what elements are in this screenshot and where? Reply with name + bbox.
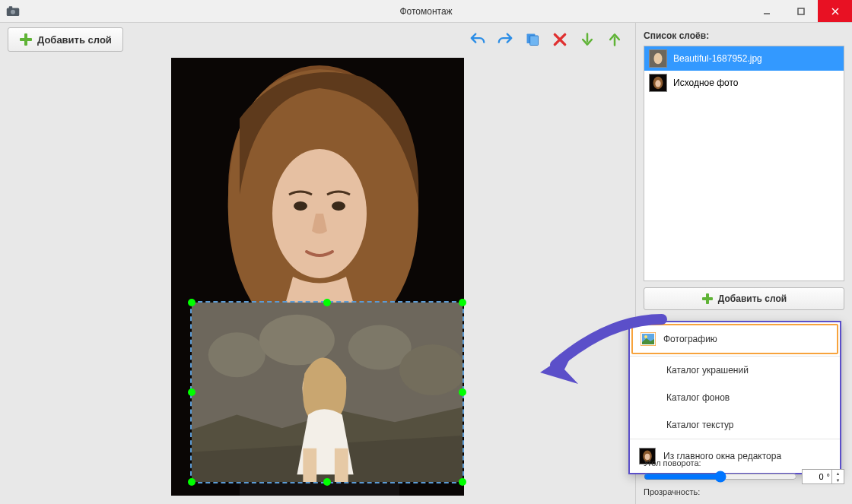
layers-title: Список слоёв:	[644, 30, 844, 41]
minimize-button[interactable]	[749, 0, 784, 22]
layers-panel: Список слоёв: Beautiful-1687952.jpg Исхо…	[635, 23, 852, 504]
layer-thumb-icon	[649, 49, 667, 68]
add-layer-button[interactable]: Добавить слой	[8, 27, 123, 52]
overlay-image	[192, 303, 463, 482]
svg-rect-25	[303, 449, 316, 482]
handle-mid-right[interactable]	[459, 388, 466, 396]
move-down-button[interactable]	[579, 31, 596, 48]
move-up-button[interactable]	[606, 31, 623, 48]
svg-point-36	[644, 335, 647, 338]
svg-rect-4	[798, 8, 804, 14]
handle-bottom-left[interactable]	[188, 478, 196, 486]
handle-mid-left[interactable]	[188, 388, 196, 396]
layer-name: Исходное фото	[673, 78, 739, 88]
popup-item-decorations[interactable]: Каталог украшений	[630, 356, 840, 384]
maximize-button[interactable]	[784, 0, 818, 22]
canvas-toolbar: Добавить слой	[0, 23, 635, 56]
copy-button[interactable]	[524, 31, 541, 48]
handle-top-left[interactable]	[188, 299, 196, 306]
delete-button[interactable]	[552, 31, 568, 48]
base-photo[interactable]	[171, 58, 464, 496]
svg-point-28	[654, 53, 663, 65]
layer-thumb-icon	[649, 74, 667, 92]
popup-item-photo[interactable]: Фотографию	[631, 324, 838, 354]
undo-button[interactable]	[469, 31, 486, 48]
rotation-slider[interactable]	[644, 471, 797, 483]
close-button[interactable]	[818, 0, 852, 22]
popup-item-label: Каталог украшений	[666, 365, 749, 376]
window-title: Фотомонтаж	[399, 6, 452, 17]
rotation-up[interactable]: ▲	[831, 470, 844, 477]
add-layer-label: Добавить слой	[37, 34, 112, 46]
popup-item-backgrounds[interactable]: Каталог фонов	[630, 384, 840, 411]
rotation-label: Угол поворота:	[644, 458, 844, 468]
app-icon	[6, 6, 20, 17]
layer-item[interactable]: Beautiful-1687952.jpg	[644, 46, 844, 71]
title-bar: Фотомонтаж	[0, 0, 852, 23]
svg-point-31	[655, 80, 660, 87]
rotation-down[interactable]: ▼	[831, 477, 844, 483]
handle-bottom-right[interactable]	[459, 478, 466, 486]
canvas-area[interactable]	[0, 56, 635, 504]
plus-icon	[19, 33, 33, 46]
svg-rect-26	[335, 449, 348, 482]
svg-rect-33	[702, 297, 713, 300]
layer-item[interactable]: Исходное фото	[644, 71, 844, 95]
rotation-spinner[interactable]: ° ▲▼	[802, 469, 844, 484]
svg-rect-8	[20, 38, 32, 41]
rotation-value[interactable]	[803, 472, 825, 481]
svg-point-1	[11, 9, 15, 14]
handle-bottom-center[interactable]	[323, 478, 331, 486]
popup-item-label: Фотографию	[663, 334, 717, 344]
layer-name: Beautiful-1687952.jpg	[673, 53, 762, 64]
svg-point-17	[332, 201, 345, 211]
svg-rect-10	[530, 36, 539, 46]
opacity-row: Прозрачность:	[644, 487, 844, 496]
popup-item-label: Каталог фонов	[666, 392, 730, 403]
popup-item-label: Каталог текстур	[666, 420, 734, 430]
svg-point-20	[208, 332, 265, 377]
handle-top-right[interactable]	[459, 299, 466, 306]
popup-item-textures[interactable]: Каталог текстур	[630, 411, 840, 439]
add-layer-popup: Фотографию Каталог украшений Каталог фон…	[628, 321, 841, 474]
svg-rect-2	[9, 6, 13, 8]
rotation-row: Угол поворота: ° ▲▼	[644, 458, 844, 484]
add-layer-button-small[interactable]: Добавить слой	[644, 287, 844, 310]
opacity-label: Прозрачность:	[644, 487, 844, 496]
redo-button[interactable]	[497, 31, 513, 48]
photo-icon	[641, 332, 656, 346]
overlay-selection[interactable]	[190, 301, 464, 483]
window-controls	[749, 0, 852, 22]
svg-point-16	[294, 201, 307, 211]
layer-list[interactable]: Beautiful-1687952.jpg Исходное фото	[644, 46, 844, 281]
svg-point-23	[399, 344, 463, 395]
handle-top-center[interactable]	[323, 299, 331, 306]
add-layer-small-label: Добавить слой	[718, 293, 787, 304]
plus-icon	[701, 293, 714, 305]
